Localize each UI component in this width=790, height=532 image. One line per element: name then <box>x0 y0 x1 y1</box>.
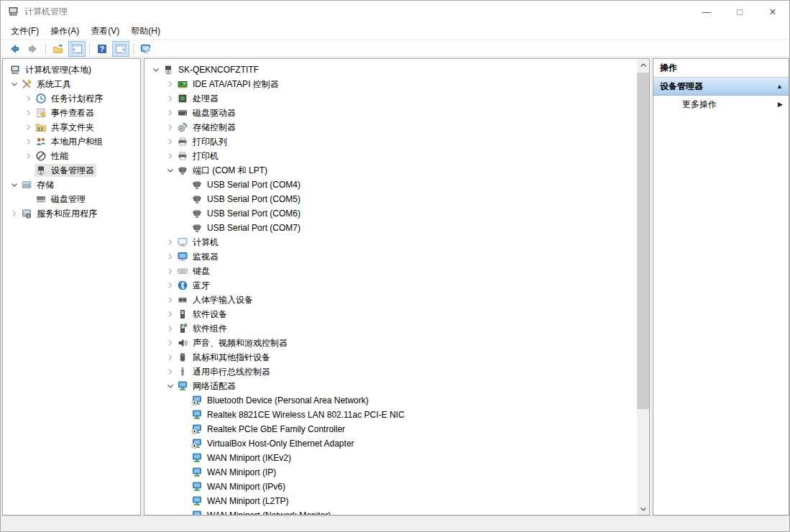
tree-item-event-viewer[interactable]: 事件查看器 <box>3 106 140 120</box>
tree-item-monitors[interactable]: 监视器 <box>144 249 649 264</box>
printer-icon <box>177 136 188 147</box>
expander-collapsed-icon[interactable] <box>165 107 176 119</box>
expander-collapsed-icon[interactable] <box>165 237 176 248</box>
tree-item-human-interface-devices[interactable]: 人体学输入设备 <box>144 293 649 307</box>
tree-item-realtek-pcie-gbe[interactable]: Realtek PCIe GbE Family Controller <box>144 422 649 436</box>
expander-collapsed-icon[interactable] <box>165 265 176 277</box>
tree-item-storage[interactable]: 存储 <box>3 178 140 192</box>
menu-file[interactable]: 文件(F) <box>5 23 45 40</box>
tree-item-computer-root[interactable]: SK-QEKNCOFZTITF <box>144 63 649 77</box>
tree-item-network-adapters[interactable]: 网络适配器 <box>144 379 649 393</box>
expander-expanded-icon[interactable] <box>165 165 176 176</box>
tree-item-wan-miniport-ip[interactable]: WAN Miniport (IP) <box>144 465 649 480</box>
back-arrow-button[interactable] <box>6 41 23 57</box>
forward-arrow-button[interactable] <box>24 41 42 57</box>
tree-item-usb-controllers[interactable]: 通用串行总线控制器 <box>144 364 649 379</box>
expander-collapsed-icon[interactable] <box>23 136 35 147</box>
help-icon: ? <box>96 43 108 55</box>
expander-collapsed-icon[interactable] <box>23 93 35 104</box>
tree-item-disk-drives[interactable]: 磁盘驱动器 <box>144 106 649 120</box>
scrollbar-thumb[interactable] <box>637 73 649 409</box>
expander-collapsed-icon[interactable] <box>165 150 176 162</box>
tree-item-usb-serial-port-com5[interactable]: USB Serial Port (COM5) <box>144 192 649 206</box>
actions-section-device-manager[interactable]: 设备管理器 ▲ <box>653 78 789 96</box>
tree-item-wan-miniport-l2tp[interactable]: WAN Miniport (L2TP) <box>144 494 649 508</box>
tree-item-wan-miniport-network-monitor[interactable]: WAN Miniport (Network Monitor) <box>144 508 649 515</box>
tree-item-processors[interactable]: 处理器 <box>144 91 649 106</box>
action-pane-toggle-button[interactable] <box>112 41 129 57</box>
tree-item-software-components[interactable]: 软件组件 <box>144 321 649 336</box>
maximize-button[interactable]: □ <box>723 1 756 22</box>
tree-item-services-applications[interactable]: 服务和应用程序 <box>3 206 140 221</box>
close-button[interactable]: ✕ <box>756 1 789 22</box>
tree-item-usb-serial-port-com6[interactable]: USB Serial Port (COM6) <box>144 206 649 221</box>
tree-item-label: 监视器 <box>193 251 219 262</box>
tree-item-task-scheduler[interactable]: 任务计划程序 <box>3 91 140 106</box>
scroll-up-icon[interactable] <box>637 59 649 71</box>
tree-item-virtualbox-host-only[interactable]: VirtualBox Host-Only Ethernet Adapter <box>144 436 649 451</box>
tree-item-wan-miniport-ipv6[interactable]: WAN Miniport (IPv6) <box>144 480 649 494</box>
expander-collapsed-icon[interactable] <box>9 208 20 219</box>
tree-item-software-devices[interactable]: 软件设备 <box>144 307 649 321</box>
display-properties-button[interactable] <box>137 41 155 57</box>
tree-item-printers[interactable]: 打印机 <box>144 149 649 163</box>
vertical-scrollbar[interactable] <box>637 59 649 515</box>
minimize-button[interactable]: — <box>690 1 723 22</box>
expander-expanded-icon[interactable] <box>9 179 20 191</box>
tree-item-bluetooth[interactable]: 蓝牙 <box>144 278 649 293</box>
tree-item-usb-serial-port-com7[interactable]: USB Serial Port (COM7) <box>144 221 649 235</box>
tree-item-wan-miniport-ikev2[interactable]: WAN Miniport (IKEv2) <box>144 451 649 465</box>
expander-collapsed-icon[interactable] <box>165 251 176 262</box>
tree-item-bluetooth-pan-device[interactable]: Bluetooth Device (Personal Area Network) <box>144 393 649 408</box>
tree-item-computer-management-local[interactable]: 计算机管理(本地) <box>3 63 140 77</box>
tree-item-label: 存储控制器 <box>193 121 236 133</box>
expander-collapsed-icon[interactable] <box>23 150 35 162</box>
expander-expanded-icon[interactable] <box>165 380 176 392</box>
tree-item-sound-video-game-controllers[interactable]: 声音、视频和游戏控制器 <box>144 336 649 350</box>
tree-item-storage-controllers[interactable]: 存储控制器 <box>144 120 649 134</box>
expander-collapsed-icon[interactable] <box>165 308 176 320</box>
expander-collapsed-icon[interactable] <box>165 366 176 377</box>
tree-item-mice-pointing-devices[interactable]: 鼠标和其他指针设备 <box>144 350 649 364</box>
menu-action[interactable]: 操作(A) <box>45 23 85 40</box>
tree-item-ports-com-lpt[interactable]: 端口 (COM 和 LPT) <box>144 163 649 178</box>
collapse-section-icon[interactable]: ▲ <box>776 83 783 90</box>
menu-help[interactable]: 帮助(H) <box>125 23 166 40</box>
tree-item-realtek-8821ce-wireless[interactable]: Realtek 8821CE Wireless LAN 802.11ac PCI… <box>144 408 649 422</box>
console-tree-toggle-button[interactable] <box>68 41 86 57</box>
tree-item-keyboards[interactable]: 键盘 <box>144 264 649 278</box>
tree-item-usb-serial-port-com4[interactable]: USB Serial Port (COM4) <box>144 178 649 192</box>
expander-collapsed-icon[interactable] <box>165 136 176 147</box>
expander-collapsed-icon[interactable] <box>165 352 176 363</box>
expander-expanded-icon[interactable] <box>9 78 20 90</box>
expander-collapsed-icon[interactable] <box>23 121 35 133</box>
more-actions-label: 更多操作 <box>682 98 717 111</box>
tree-item-ide-ata-atapi-controllers[interactable]: IDE ATA/ATAPI 控制器 <box>144 77 649 91</box>
menu-view[interactable]: 查看(V) <box>85 23 125 40</box>
export-list-button[interactable] <box>50 41 67 57</box>
tree-item-performance[interactable]: 性能 <box>3 149 140 163</box>
hid-icon <box>177 294 188 306</box>
storage-icon <box>21 179 32 191</box>
expander-collapsed-icon[interactable] <box>165 337 176 349</box>
scroll-down-icon[interactable] <box>637 503 649 515</box>
expander-collapsed-icon[interactable] <box>165 78 176 90</box>
expander-collapsed-icon[interactable] <box>165 323 176 334</box>
tree-item-disk-management[interactable]: 磁盘管理 <box>3 192 140 206</box>
tree-item-shared-folders[interactable]: 共享文件夹 <box>3 120 140 134</box>
tree-item-device-manager[interactable]: 设备管理器 <box>3 163 140 178</box>
tree-item-local-users-groups[interactable]: 本地用户和组 <box>3 134 140 149</box>
serial-port-icon <box>191 208 203 219</box>
help-button[interactable]: ? <box>93 41 111 57</box>
tree-item-system-tools[interactable]: 系统工具 <box>3 77 140 91</box>
tree-item-print-queues[interactable]: 打印队列 <box>144 134 649 149</box>
expander-collapsed-icon[interactable] <box>165 280 176 291</box>
expander-collapsed-icon[interactable] <box>165 294 176 306</box>
svg-text:?: ? <box>100 45 104 53</box>
expander-expanded-icon[interactable] <box>150 64 162 75</box>
expander-collapsed-icon[interactable] <box>23 107 35 119</box>
expander-collapsed-icon[interactable] <box>165 93 176 104</box>
more-actions-item[interactable]: 更多操作 ▶ <box>653 96 789 113</box>
tree-item-computers[interactable]: 计算机 <box>144 235 649 249</box>
expander-collapsed-icon[interactable] <box>165 121 176 133</box>
